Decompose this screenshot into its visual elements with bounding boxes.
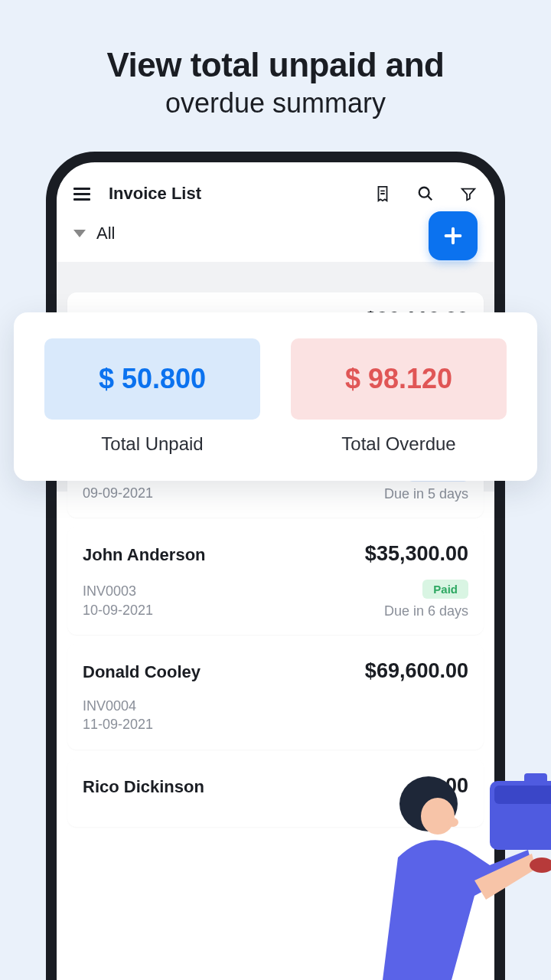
summary-card: $ 50.800 Total Unpaid $ 98.120 Total Ove… [14, 312, 537, 481]
invoice-due: Due in 6 days [384, 603, 468, 619]
invoice-date: 10-09-2021 [83, 601, 153, 619]
receipt-icon[interactable] [373, 185, 392, 203]
total-unpaid-value: $ 50.800 [44, 338, 260, 420]
invoice-amount: $69,600.00 [365, 659, 468, 683]
invoice-customer: Donald Cooley [83, 662, 201, 682]
filter-dropdown[interactable]: All [96, 224, 115, 243]
total-unpaid-label: Total Unpaid [44, 433, 260, 455]
app-topbar: Invoice List [57, 162, 494, 214]
svg-rect-2 [494, 786, 551, 804]
invoice-date: 09-09-2021 [83, 484, 153, 502]
menu-icon[interactable] [73, 188, 90, 201]
filter-icon[interactable] [459, 185, 478, 203]
status-badge: Paid [422, 580, 468, 599]
page-title: Invoice List [109, 184, 349, 204]
invoice-card[interactable]: Donald Cooley $69,600.00 INV0004 11-09-2… [67, 644, 484, 750]
filter-row: All [57, 214, 494, 262]
search-icon[interactable] [416, 185, 435, 203]
total-overdue-value: $ 98.120 [291, 338, 507, 420]
svg-rect-3 [524, 773, 547, 786]
svg-point-6 [448, 818, 458, 827]
chevron-down-icon[interactable] [73, 230, 86, 237]
invoice-due: Due in 5 days [384, 486, 468, 502]
invoice-card[interactable]: John Anderson $35,300.00 INV0003 10-09-2… [67, 527, 484, 635]
invoice-id: INV0003 [83, 582, 153, 600]
hero-title-line1: View total unpaid and [0, 46, 551, 84]
invoice-customer: Rico Dickinson [83, 777, 204, 797]
add-invoice-button[interactable] [429, 211, 478, 260]
invoice-date: 11-09-2021 [83, 715, 153, 733]
person-illustration [352, 750, 551, 980]
svg-point-0 [419, 188, 429, 198]
invoice-amount: $35,300.00 [365, 542, 468, 566]
invoice-id: INV0004 [83, 697, 153, 715]
invoice-customer: John Anderson [83, 545, 206, 565]
hero-title-line2: overdue summary [0, 87, 551, 119]
total-overdue-label: Total Overdue [291, 433, 507, 455]
svg-point-5 [421, 798, 455, 835]
